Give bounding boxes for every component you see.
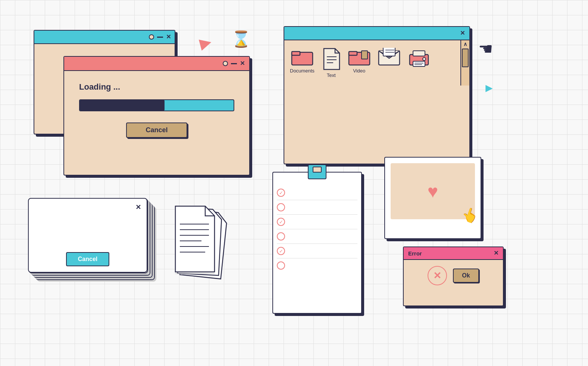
hand-cursor-top-icon: ☚: [478, 39, 493, 58]
svg-rect-6: [349, 52, 357, 55]
doc-icon-text: [322, 48, 341, 70]
error-titlebar: Error ✕: [404, 247, 503, 260]
svg-point-17: [423, 58, 426, 61]
svg-rect-9: [383, 48, 395, 56]
svg-rect-7: [362, 51, 368, 59]
error-body: ✕ Ok: [404, 260, 503, 291]
minimize-btn-front[interactable]: [231, 63, 237, 64]
clipboard-row-6: [277, 258, 357, 273]
progress-bar-fill: [80, 100, 165, 111]
card-main: ✕ Cancel: [28, 198, 147, 273]
cancel-button-small[interactable]: Cancel: [66, 252, 109, 266]
hourglass-icon: ⌛: [231, 30, 251, 48]
loading-text: Loading ...: [79, 82, 234, 92]
clipboard-body: ✓ ✓ ✓: [272, 172, 362, 314]
clipboard-row-1: ✓: [277, 186, 357, 200]
error-dialog: Error ✕ ✕ Ok: [403, 246, 504, 306]
close-btn-front[interactable]: ✕: [240, 61, 245, 66]
clipboard-clip: [308, 164, 326, 179]
progress-bar-background: [79, 99, 234, 111]
file-label-video: Video: [353, 68, 365, 74]
file-item-printer[interactable]: [408, 48, 430, 78]
loading-front-titlebar: ✕: [64, 57, 249, 71]
file-item-documents[interactable]: Documents: [290, 48, 315, 78]
check-circle-1: ✓: [277, 189, 285, 197]
line-2: [289, 207, 357, 208]
file-item-mail[interactable]: [378, 48, 400, 78]
line-1: [289, 192, 357, 193]
card-close-icon[interactable]: ✕: [135, 203, 141, 211]
hand-pointer-icon: 👆: [460, 205, 481, 226]
file-label-text: Text: [327, 72, 336, 78]
check-circle-5: ✓: [277, 247, 285, 255]
clipboard-row-3: ✓: [277, 215, 357, 229]
svg-rect-14: [413, 61, 425, 66]
like-card-inner: ♥ 👆: [391, 163, 475, 219]
loading-body: Loading ... Cancel: [64, 71, 249, 149]
file-item-text[interactable]: Text: [322, 48, 341, 78]
file-browser-body: Documents Text: [284, 40, 469, 86]
blue-arrow-cursor-icon: ◄: [483, 82, 495, 96]
error-x-circle: ✕: [428, 266, 447, 285]
line-3: [289, 221, 357, 222]
loading-back-titlebar: ✕: [34, 31, 175, 44]
scrollbar[interactable]: ∧: [460, 40, 469, 86]
svg-rect-13: [413, 51, 425, 56]
line-5: [289, 251, 357, 251]
close-btn[interactable]: ✕: [166, 34, 171, 40]
clipboard-row-5: ✓: [277, 244, 357, 258]
minimize-btn[interactable]: [157, 37, 163, 38]
folder-icon-video: [348, 48, 370, 66]
check-circle-6: [277, 261, 285, 270]
line-4: [289, 236, 357, 237]
error-close-icon[interactable]: ✕: [494, 250, 498, 256]
like-card: ♥ 👆: [384, 157, 481, 239]
check-circle-2: [277, 203, 285, 211]
line-6: [289, 265, 357, 266]
printer-icon: [408, 48, 430, 68]
file-label-documents: Documents: [290, 68, 315, 74]
ok-button[interactable]: Ok: [453, 269, 479, 283]
svg-rect-1: [292, 52, 300, 55]
clipboard: ✓ ✓ ✓: [272, 172, 362, 314]
circle-btn-front[interactable]: [223, 61, 228, 66]
circle-btn[interactable]: [149, 34, 154, 40]
cancel-button-large[interactable]: Cancel: [126, 122, 187, 138]
heart-icon: ♥: [428, 181, 438, 202]
check-circle-3: ✓: [277, 218, 285, 226]
loading-window-front: ✕ Loading ... Cancel: [63, 56, 250, 176]
file-browser-titlebar: ✕: [284, 27, 469, 40]
file-item-video[interactable]: Video: [348, 48, 370, 78]
scroll-thumb[interactable]: [462, 49, 469, 67]
error-title: Error: [408, 250, 422, 257]
docs-stack: [172, 205, 231, 280]
close-btn-fb[interactable]: ✕: [460, 30, 465, 36]
folder-icon-documents: [291, 48, 313, 66]
clipboard-row-4: [277, 229, 357, 244]
clipboard-row-2: [277, 200, 357, 215]
check-circle-4: [277, 232, 285, 241]
arrow-cursor-icon: ◀: [198, 32, 213, 52]
file-browser-window: ✕ Documents Text: [284, 26, 470, 164]
mail-icon: [378, 48, 400, 66]
